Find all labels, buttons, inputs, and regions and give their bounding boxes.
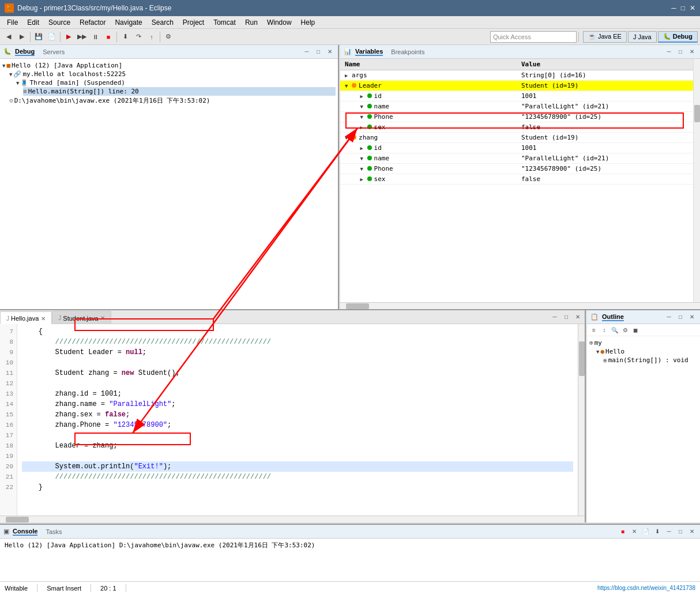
tree-item-process[interactable]: ⚙ D:\javahome\bin\javaw.exe (2021年1月16日 … — [9, 96, 336, 106]
tree-item-hello-app[interactable]: ▼ ■ Hello (12) [Java Application] — [2, 61, 336, 70]
debug-maximize-btn[interactable]: □ — [314, 47, 323, 57]
outline-minimize-btn[interactable]: ─ — [664, 313, 673, 322]
outline-maximize-btn[interactable]: □ — [676, 313, 685, 322]
code-line-12[interactable] — [22, 378, 573, 389]
code-line-13[interactable]: zhang.id = 1001; — [22, 389, 573, 399]
menu-search[interactable]: Search — [147, 17, 178, 28]
perspective-javaee-btn[interactable]: ☕ Java EE — [583, 31, 627, 43]
menu-project[interactable]: Project — [178, 17, 209, 28]
code-line-22[interactable]: } — [22, 482, 573, 493]
vars-row-10[interactable]: ▶ sexfalse — [340, 174, 693, 185]
toolbar-resume-btn[interactable]: ▶▶ — [76, 31, 88, 43]
code-line-14[interactable]: zhang.name = "ParallelLight"; — [22, 399, 573, 409]
vars-row-6[interactable]: ▼ zhangStudent (id=19) — [340, 133, 693, 143]
debug-tab[interactable]: Debug — [15, 48, 35, 56]
outline-item-main[interactable]: ◉ main(String[]) : void — [603, 356, 698, 364]
vars-row-5[interactable]: ▶ sexfalse — [340, 122, 693, 133]
quick-access-box[interactable]: Quick Access — [490, 31, 577, 43]
code-line-17[interactable] — [22, 430, 573, 441]
toolbar-stepover-btn[interactable]: ↷ — [132, 31, 145, 43]
variables-tab[interactable]: Variables — [355, 48, 383, 56]
outline-item-hello[interactable]: ▼ ● Hello — [596, 347, 698, 356]
console-tab[interactable]: Console — [13, 528, 37, 536]
toolbar-suspend-btn[interactable]: ⏸ — [89, 31, 101, 43]
vars-scroll-area[interactable]: Name Value ▶ argsString[0] (id=16)▼ Lead… — [340, 59, 693, 302]
console-close-btn[interactable]: ✕ — [687, 527, 697, 536]
menu-source[interactable]: Source — [44, 17, 75, 28]
menu-tomcat[interactable]: Tomcat — [209, 17, 240, 28]
code-editor[interactable]: 78910111213141516171819202122 { ////////… — [0, 324, 578, 516]
code-line-19[interactable] — [22, 451, 573, 461]
outline-tool-4[interactable]: ⚙ — [620, 325, 630, 334]
toolbar-stepinto-btn[interactable]: ⬇ — [119, 31, 131, 43]
editor-maximize-btn[interactable]: □ — [562, 313, 571, 322]
toolbar-misc-btn[interactable]: ⚙ — [162, 31, 175, 43]
toolbar-stop-btn[interactable]: ■ — [102, 31, 115, 43]
code-line-21[interactable]: ////////////////////////////////////////… — [22, 472, 573, 482]
tab-hello-java[interactable]: J Hello.java ✕ — [0, 311, 52, 324]
outline-tool-1[interactable]: ≡ — [589, 325, 599, 334]
outline-close-btn[interactable]: ✕ — [687, 313, 697, 322]
perspective-debug-btn[interactable]: 🐛 Debug — [658, 31, 698, 43]
code-line-10[interactable] — [22, 358, 573, 368]
maximize-btn[interactable]: □ — [681, 4, 685, 12]
toolbar-btn2[interactable]: 📄 — [46, 31, 58, 43]
outline-tab[interactable]: Outline — [602, 313, 624, 321]
code-line-15[interactable]: zhang.sex = false; — [22, 409, 573, 420]
vars-hscroll[interactable] — [340, 302, 700, 309]
perspective-java-btn[interactable]: J Java — [628, 31, 657, 43]
toolbar-back-btn[interactable]: ◀ — [2, 31, 15, 43]
toolbar-debug-btn[interactable]: ▶ — [62, 31, 75, 43]
code-line-11[interactable]: Student zhang = new Student(); — [22, 368, 573, 378]
minimize-btn[interactable]: ─ — [671, 4, 676, 12]
vars-scrollbar[interactable] — [693, 59, 700, 302]
editor-minimize-btn[interactable]: ─ — [550, 313, 559, 322]
console-maximize-btn[interactable]: □ — [676, 527, 685, 536]
console-tool-2[interactable]: ⬇ — [653, 527, 662, 536]
editor-close-btn[interactable]: ✕ — [573, 313, 582, 322]
servers-tab[interactable]: Servers — [43, 48, 65, 55]
code-line-9[interactable]: Student Leader = null; — [22, 347, 573, 358]
menu-edit[interactable]: Edit — [22, 17, 44, 28]
menu-refactor[interactable]: Refactor — [75, 17, 110, 28]
vars-row-0[interactable]: ▶ argsString[0] (id=16) — [340, 70, 693, 81]
tab-hello-close[interactable]: ✕ — [41, 315, 46, 322]
vars-row-8[interactable]: ▼ name"ParallelLight" (id=21) — [340, 153, 693, 164]
close-btn[interactable]: ✕ — [690, 4, 695, 12]
debug-close-btn[interactable]: ✕ — [325, 47, 334, 57]
console-stop-btn[interactable]: ■ — [618, 527, 627, 536]
toolbar-stepreturn-btn[interactable]: ↑ — [145, 31, 158, 43]
vars-row-9[interactable]: ▼ Phone"12345678900" (id=25) — [340, 164, 693, 174]
tab-student-close[interactable]: ✕ — [100, 315, 105, 321]
tab-student-java[interactable]: J Student.java ✕ — [52, 311, 111, 324]
editor-hscroll[interactable] — [0, 516, 585, 522]
tree-item-myhello[interactable]: ▼ 🔗 my.Hello at localhost:52225 — [9, 70, 336, 78]
editor-vscrollbar[interactable] — [578, 324, 585, 516]
menu-window[interactable]: Window — [262, 17, 296, 28]
vars-row-1[interactable]: ▼ LeaderStudent (id=19) — [340, 81, 693, 91]
code-line-8[interactable]: ////////////////////////////////////////… — [22, 337, 573, 347]
tasks-tab[interactable]: Tasks — [46, 528, 62, 535]
code-line-18[interactable]: Leader = zhang; — [22, 441, 573, 451]
code-line-7[interactable]: { — [22, 326, 573, 337]
debug-minimize-btn[interactable]: ─ — [302, 47, 311, 57]
console-clear-btn[interactable]: ✕ — [630, 527, 639, 536]
vars-minimize-btn[interactable]: ─ — [664, 47, 673, 57]
console-tool-1[interactable]: 📄 — [641, 527, 650, 536]
vars-close-btn[interactable]: ✕ — [687, 47, 697, 57]
vars-maximize-btn[interactable]: □ — [676, 47, 685, 57]
outline-tool-5[interactable]: ◼ — [631, 325, 640, 334]
vars-row-2[interactable]: ▶ id1001 — [340, 91, 693, 101]
code-line-20[interactable]: System.out.println("Exit!"); — [22, 461, 573, 472]
menu-file[interactable]: File — [2, 17, 22, 28]
toolbar-save-btn[interactable]: 💾 — [32, 31, 45, 43]
breakpoints-tab[interactable]: Breakpoints — [391, 48, 424, 55]
code-line-16[interactable]: zhang.Phone = "12345678900"; — [22, 420, 573, 430]
toolbar-forward-btn[interactable]: ▶ — [16, 31, 28, 43]
menu-help[interactable]: Help — [296, 17, 320, 28]
tree-item-frame[interactable]: ≡ Hello.main(String[]) line: 20 — [23, 87, 336, 96]
outline-tool-3[interactable]: 🔍 — [610, 325, 619, 334]
vars-row-4[interactable]: ▼ Phone"12345678900" (id=25) — [340, 112, 693, 122]
code-lines[interactable]: { //////////////////////////////////////… — [17, 324, 578, 516]
tree-item-thread-main[interactable]: ▼ 🧵 Thread [main] (Suspended) — [16, 78, 336, 87]
